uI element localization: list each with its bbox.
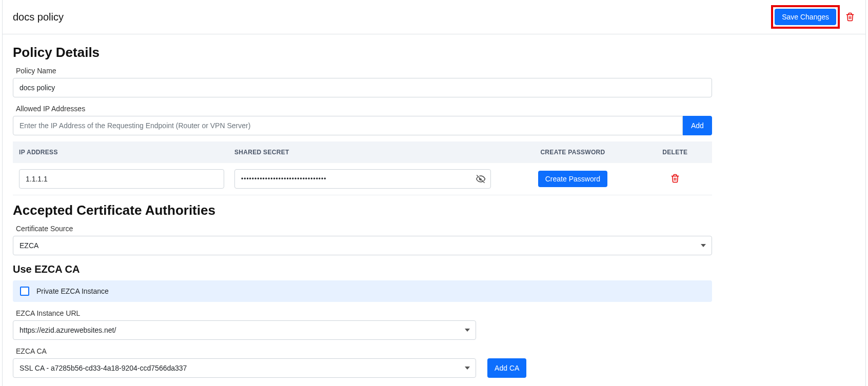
ezca-ca-select[interactable]: SSL CA - a7285b56-cd33-4a18-9204-ccd7566… [13, 358, 476, 378]
allowed-ip-label: Allowed IP Addresses [16, 105, 712, 113]
delete-policy-icon[interactable] [845, 11, 855, 23]
delete-row-icon[interactable] [670, 173, 680, 184]
policy-name-label: Policy Name [16, 67, 712, 75]
add-ip-button[interactable]: Add [683, 116, 712, 135]
instance-url-label: EZCA Instance URL [16, 309, 476, 317]
ezca-ca-label: EZCA CA [16, 347, 855, 355]
col-header-password: CREATE PASSWORD [501, 149, 644, 156]
cert-source-select[interactable]: EZCA [13, 236, 712, 255]
policy-details-heading: Policy Details [13, 45, 855, 60]
add-ca-button[interactable]: Add CA [487, 358, 526, 378]
save-highlight: Save Changes [771, 5, 840, 29]
private-instance-label: Private EZCA Instance [36, 287, 109, 295]
private-instance-checkbox[interactable] [20, 287, 29, 296]
header-actions: Save Changes [771, 5, 855, 29]
ip-table-header: IP ADDRESS SHARED SECRET CREATE PASSWORD… [13, 141, 712, 163]
private-instance-banner: Private EZCA Instance [13, 280, 712, 302]
save-button[interactable]: Save Changes [775, 9, 836, 25]
header-bar: docs policy Save Changes [3, 0, 865, 34]
col-header-ip: IP ADDRESS [19, 149, 234, 156]
page-title: docs policy [13, 11, 64, 23]
col-header-delete: DELETE [644, 149, 706, 156]
instance-url-select[interactable]: https://ezid.azurewebsites.net/ [13, 320, 476, 340]
visibility-off-icon[interactable] [476, 174, 486, 184]
policy-name-input[interactable] [13, 78, 712, 97]
use-ezca-heading: Use EZCA CA [13, 263, 855, 275]
cert-source-label: Certificate Source [16, 225, 712, 233]
col-header-secret: SHARED SECRET [234, 149, 501, 156]
cert-auth-heading: Accepted Certificate Authorities [13, 202, 855, 218]
row-secret-input[interactable] [234, 169, 491, 189]
create-password-button[interactable]: Create Password [538, 171, 607, 187]
table-row: Create Password [13, 163, 712, 195]
ip-address-input[interactable] [13, 116, 683, 135]
row-ip-input[interactable] [19, 169, 224, 189]
